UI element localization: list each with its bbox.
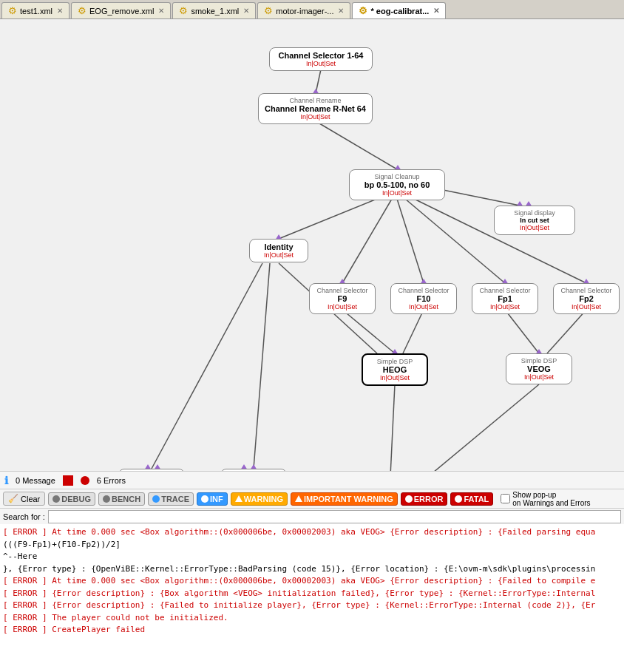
node-io: In|Out|Set bbox=[265, 113, 366, 121]
popup-checkbox-area: Show pop-up on Warnings and Errors bbox=[501, 491, 590, 507]
trace-label: TRACE bbox=[161, 495, 189, 503]
canvas-area[interactable]: Channel Selector 1-64 In|Out|Set Channel… bbox=[0, 19, 624, 471]
node-title: Channel Selector bbox=[397, 287, 450, 294]
node-title: Channel Selector bbox=[560, 287, 613, 294]
node-title: Channel Selector bbox=[478, 287, 532, 294]
node-channel-selector-164[interactable]: Channel Selector 1-64 In|Out|Set bbox=[269, 47, 373, 71]
node-heog[interactable]: Simple DSP HEOG In|Out|Set bbox=[362, 353, 428, 386]
messages-count: 0 Message bbox=[16, 476, 55, 485]
search-input[interactable] bbox=[48, 510, 621, 523]
log-line: [ ERROR ] At time 0.000 sec <Box algorit… bbox=[3, 575, 621, 588]
node-sig-disp-eeg[interactable]: Signal display EEG In|Out|Set bbox=[118, 469, 185, 471]
important-warning-filter-button[interactable]: IMPORTANT WARNING bbox=[291, 492, 398, 506]
svg-line-11 bbox=[403, 310, 424, 353]
tab-close-motor[interactable]: ✕ bbox=[338, 7, 344, 15]
clear-label: Clear bbox=[21, 495, 40, 503]
warning-filter-button[interactable]: WARNING bbox=[231, 492, 288, 506]
gear-icon: ⚙ bbox=[78, 5, 87, 16]
node-name: Channel Rename R-Net 64 bbox=[265, 104, 366, 113]
clear-button[interactable]: 🧹 Clear bbox=[3, 492, 45, 506]
tab-motor[interactable]: ⚙ motor-imager-... ✕ bbox=[257, 2, 350, 18]
svg-line-13 bbox=[547, 310, 586, 353]
connection-lines bbox=[0, 19, 624, 471]
svg-line-9 bbox=[254, 263, 270, 469]
node-veog[interactable]: Simple DSP VEOG In|Out|Set bbox=[506, 353, 572, 384]
node-io: In|Out|Set bbox=[478, 303, 532, 310]
debug-filter-button[interactable]: DEBUG bbox=[48, 492, 95, 506]
node-title: Simple DSP bbox=[512, 357, 566, 364]
gear-icon: ⚙ bbox=[264, 5, 273, 16]
inf-dot bbox=[201, 495, 208, 503]
bench-dot bbox=[103, 495, 110, 503]
tab-close-test1[interactable]: ✕ bbox=[57, 7, 63, 15]
svg-line-10 bbox=[342, 310, 395, 353]
tab-bar: ⚙ test1.xml ✕ ⚙ EOG_remove.xml ✕ ⚙ smoke… bbox=[0, 0, 624, 19]
gear-icon: ⚙ bbox=[359, 5, 367, 16]
node-name: HEOG bbox=[369, 365, 421, 374]
node-ch-sel-fp1[interactable]: Channel Selector Fp1 In|Out|Set bbox=[472, 283, 538, 314]
log-line: }, {Error type} : {OpenViBE::Kernel::Err… bbox=[3, 563, 621, 576]
tab-close-eog-remove[interactable]: ✕ bbox=[158, 7, 164, 15]
node-name: F9 bbox=[316, 294, 369, 303]
node-sig-disp-eog[interactable]: Signal display EOG In|Out|Set bbox=[220, 469, 287, 471]
tab-test1[interactable]: ⚙ test1.xml ✕ bbox=[1, 2, 69, 18]
node-name: F10 bbox=[397, 294, 450, 303]
node-io: In|Out|Set bbox=[397, 303, 450, 310]
node-io: In|Out|Set bbox=[501, 224, 569, 231]
bench-filter-button[interactable]: BENCH bbox=[98, 492, 145, 506]
search-label: Search for : bbox=[3, 512, 45, 521]
node-signal-display[interactable]: Signal display In cut set In|Out|Set bbox=[494, 206, 575, 235]
fatal-icon bbox=[455, 495, 462, 503]
node-name: Identity bbox=[256, 242, 302, 251]
node-ch-sel-fp2[interactable]: Channel Selector Fp2 In|Out|Set bbox=[553, 283, 620, 314]
important-warning-label: IMPORTANT WARNING bbox=[304, 495, 393, 503]
node-identity[interactable]: Identity In|Out|Set bbox=[249, 239, 308, 262]
broom-icon: 🧹 bbox=[8, 494, 18, 503]
node-ch-sel-f10[interactable]: Channel Selector F10 In|Out|Set bbox=[390, 283, 457, 314]
log-line: [ ERROR ] {Error description} : {Failed … bbox=[3, 600, 621, 612]
trace-filter-button[interactable]: TRACE bbox=[148, 492, 194, 506]
tab-smoke1[interactable]: ⚙ smoke_1.xml ✕ bbox=[172, 2, 256, 18]
tab-close-eog-calib[interactable]: ✕ bbox=[433, 7, 439, 15]
log-line: [ ERROR ] CreatePlayer failed bbox=[3, 624, 621, 637]
node-io: In|Out|Set bbox=[316, 303, 369, 310]
node-ch-sel-f9[interactable]: Channel Selector F9 In|Out|Set bbox=[309, 283, 376, 314]
search-bar: Search for : bbox=[0, 508, 624, 524]
debug-label: DEBUG bbox=[61, 495, 91, 503]
popup-sub-label: on Warnings and Errors bbox=[512, 499, 590, 507]
gear-icon: ⚙ bbox=[8, 5, 17, 16]
tab-eog-calib[interactable]: ⚙ * eog-calibrat... ✕ bbox=[352, 2, 446, 18]
tab-eog-remove[interactable]: ⚙ EOG_remove.xml ✕ bbox=[71, 2, 171, 18]
tab-label: smoke_1.xml bbox=[191, 7, 239, 16]
fatal-filter-button[interactable]: FATAL bbox=[450, 492, 493, 506]
log-line: [ ERROR ] At time 0.000 sec <Box algorit… bbox=[3, 526, 621, 539]
fatal-label: FATAL bbox=[464, 495, 489, 503]
warning-label: WARNING bbox=[244, 495, 283, 503]
node-name: Fp1 bbox=[478, 294, 532, 303]
node-title: Signal Cleanup bbox=[356, 173, 438, 180]
node-io: In|Out|Set bbox=[356, 189, 438, 197]
toolbar: 🧹 Clear DEBUG BENCH TRACE INF WARNING IM… bbox=[0, 489, 624, 508]
tab-close-smoke1[interactable]: ✕ bbox=[243, 7, 249, 15]
tab-label: * eog-calibrat... bbox=[370, 7, 429, 16]
node-title: Signal display bbox=[501, 209, 569, 217]
popup-label: Show pop-up bbox=[512, 491, 556, 499]
error-icon bbox=[405, 495, 413, 503]
error-label: ERROR bbox=[414, 495, 444, 503]
log-line: [ ERROR ] {Error description} : {Box alg… bbox=[3, 588, 621, 600]
node-io: In|Out|Set bbox=[512, 373, 566, 381]
popup-checkbox[interactable] bbox=[501, 494, 510, 503]
error-filter-button[interactable]: ERROR bbox=[401, 492, 448, 506]
log-area[interactable]: [ ERROR ] At time 0.000 sec <Box algorit… bbox=[0, 524, 624, 672]
node-io: In|Out|Set bbox=[560, 303, 613, 310]
node-name: VEOG bbox=[512, 364, 566, 373]
errors-count: 6 Errors bbox=[97, 476, 126, 485]
log-line: (((F9-Fp1)+(F10-Fp2))/2] bbox=[3, 539, 621, 551]
warn-triangle-icon bbox=[235, 495, 243, 502]
node-signal-cleanup[interactable]: Signal Cleanup bp 0.5-100, no 60 In|Out|… bbox=[349, 169, 445, 200]
node-channel-rename[interactable]: Channel Rename Channel Rename R-Net 64 I… bbox=[258, 93, 373, 124]
error-circle-icon bbox=[81, 476, 89, 485]
inf-filter-button[interactable]: INF bbox=[197, 492, 228, 506]
svg-line-1 bbox=[316, 121, 397, 169]
inf-label: INF bbox=[210, 495, 223, 503]
